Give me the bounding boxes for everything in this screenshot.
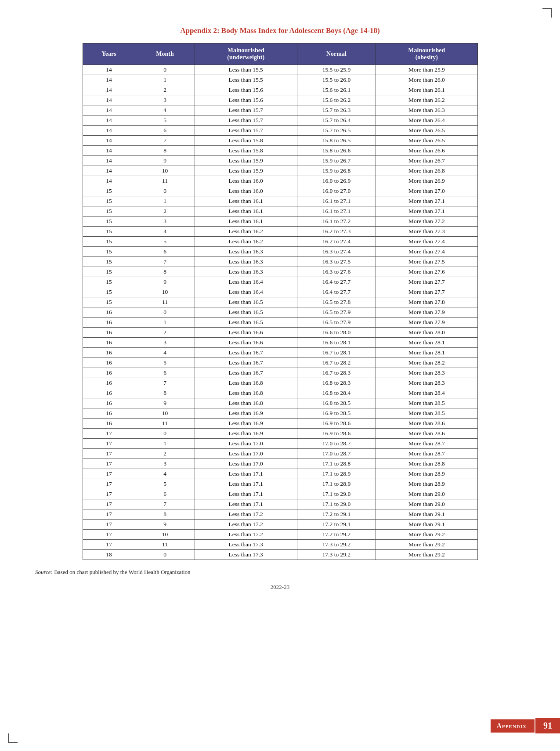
- table-cell: Less than 16.7: [195, 348, 297, 358]
- table-cell: More than 26.9: [376, 176, 477, 186]
- table-cell: 1: [135, 75, 195, 85]
- table-cell: 7: [135, 257, 195, 267]
- table-cell: More than 26.8: [376, 166, 477, 176]
- table-row: 146Less than 15.715.7 to 26.5More than 2…: [83, 126, 477, 136]
- table-cell: More than 28.1: [376, 348, 477, 358]
- table-cell: 16.7 to 28.3: [297, 368, 376, 378]
- table-cell: More than 28.6: [376, 419, 477, 429]
- table-row: 141Less than 15.515.5 to 26.0More than 2…: [83, 75, 477, 85]
- table-cell: 9: [135, 398, 195, 408]
- table-row: 1510Less than 16.416.4 to 27.7More than …: [83, 287, 477, 297]
- appendix-label: Appendix: [491, 719, 535, 733]
- table-cell: 17: [83, 540, 135, 550]
- table-cell: 16: [83, 368, 135, 378]
- table-cell: 10: [135, 408, 195, 419]
- table-cell: More than 29.0: [376, 489, 477, 499]
- page-title: Appendix 2: Body Mass Index for Adolesce…: [35, 26, 525, 35]
- table-cell: 16.3 to 27.6: [297, 267, 376, 277]
- table-cell: 0: [135, 307, 195, 318]
- table-cell: 16.7 to 28.2: [297, 358, 376, 368]
- table-cell: 17: [83, 449, 135, 459]
- table-cell: Less than 15.9: [195, 156, 297, 166]
- table-cell: 8: [135, 388, 195, 398]
- table-cell: 8: [135, 509, 195, 520]
- table-cell: 10: [135, 287, 195, 297]
- table-row: 149Less than 15.915.9 to 26.7More than 2…: [83, 156, 477, 166]
- table-cell: More than 27.1: [376, 196, 477, 206]
- table-cell: 1: [135, 196, 195, 206]
- table-cell: More than 26.5: [376, 136, 477, 146]
- table-cell: 17.1 to 29.0: [297, 489, 376, 499]
- table-cell: Less than 15.9: [195, 166, 297, 176]
- table-cell: 6: [135, 247, 195, 257]
- table-cell: 17: [83, 499, 135, 509]
- table-cell: 6: [135, 126, 195, 136]
- table-cell: Less than 16.2: [195, 227, 297, 237]
- table-cell: 16.9 to 28.5: [297, 408, 376, 419]
- table-cell: 5: [135, 116, 195, 126]
- table-cell: More than 28.2: [376, 358, 477, 368]
- table-cell: Less than 16.3: [195, 257, 297, 267]
- table-cell: 15: [83, 277, 135, 287]
- table-cell: 16.9 to 28.6: [297, 419, 376, 429]
- table-cell: 17: [83, 530, 135, 540]
- table-cell: More than 27.2: [376, 217, 477, 227]
- table-cell: Less than 16.8: [195, 378, 297, 388]
- table-cell: 16.5 to 27.9: [297, 318, 376, 328]
- table-cell: 15: [83, 267, 135, 277]
- table-cell: 7: [135, 378, 195, 388]
- table-cell: 15.7 to 26.4: [297, 116, 376, 126]
- table-row: 170Less than 16.916.9 to 28.6More than 2…: [83, 429, 477, 439]
- table-row: 145Less than 15.715.7 to 26.4More than 2…: [83, 116, 477, 126]
- table-cell: 15.8 to 26.5: [297, 136, 376, 146]
- table-cell: More than 29.2: [376, 550, 477, 560]
- table-cell: Less than 16.7: [195, 368, 297, 378]
- table-cell: Less than 15.7: [195, 105, 297, 116]
- table-row: 161Less than 16.516.5 to 27.9More than 2…: [83, 318, 477, 328]
- table-cell: More than 27.9: [376, 307, 477, 318]
- table-cell: 1: [135, 439, 195, 449]
- table-cell: 16.1 to 27.1: [297, 196, 376, 206]
- table-cell: 15: [83, 287, 135, 297]
- table-cell: More than 27.4: [376, 237, 477, 247]
- table-cell: 16.5 to 27.9: [297, 307, 376, 318]
- table-row: 144Less than 15.715.7 to 26.3More than 2…: [83, 105, 477, 116]
- table-cell: 11: [135, 297, 195, 307]
- table-cell: More than 26.0: [376, 75, 477, 85]
- table-cell: Less than 16.3: [195, 267, 297, 277]
- table-cell: 16.4 to 27.7: [297, 277, 376, 287]
- table-cell: 2: [135, 328, 195, 338]
- table-cell: More than 27.6: [376, 267, 477, 277]
- table-cell: 17.3 to 29.2: [297, 540, 376, 550]
- table-cell: 3: [135, 338, 195, 348]
- table-row: 169Less than 16.816.8 to 28.5More than 2…: [83, 398, 477, 408]
- table-cell: 17.0 to 28.7: [297, 439, 376, 449]
- table-row: 166Less than 16.716.7 to 28.3More than 2…: [83, 368, 477, 378]
- table-cell: 14: [83, 146, 135, 156]
- table-cell: Less than 16.0: [195, 186, 297, 196]
- table-cell: More than 27.7: [376, 277, 477, 287]
- table-cell: 14: [83, 156, 135, 166]
- table-cell: 17.3 to 29.2: [297, 550, 376, 560]
- table-cell: More than 29.2: [376, 530, 477, 540]
- table-cell: 17: [83, 479, 135, 489]
- table-cell: More than 28.0: [376, 328, 477, 338]
- table-cell: 0: [135, 550, 195, 560]
- table-cell: Less than 15.5: [195, 75, 297, 85]
- table-cell: 17.1 to 29.0: [297, 499, 376, 509]
- year-footer: 2022-23: [35, 584, 525, 591]
- table-cell: 16: [83, 328, 135, 338]
- table-cell: 15: [83, 186, 135, 196]
- table-cell: 15: [83, 206, 135, 217]
- table-cell: 16.2 to 27.4: [297, 237, 376, 247]
- table-cell: 16: [83, 358, 135, 368]
- table-cell: More than 26.2: [376, 95, 477, 105]
- table-cell: 17: [83, 439, 135, 449]
- table-cell: 16.9 to 28.6: [297, 429, 376, 439]
- table-cell: Less than 16.8: [195, 388, 297, 398]
- col-month: Month: [135, 43, 195, 65]
- table-cell: More than 28.4: [376, 388, 477, 398]
- table-cell: 17.0 to 28.7: [297, 449, 376, 459]
- table-cell: 17: [83, 509, 135, 520]
- table-row: 1710Less than 17.217.2 to 29.2More than …: [83, 530, 477, 540]
